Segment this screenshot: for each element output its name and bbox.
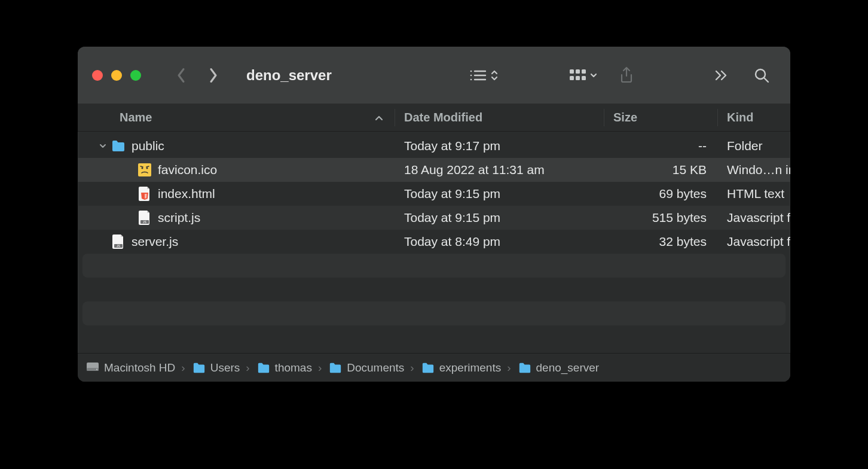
empty-row	[78, 278, 790, 302]
file-date: Today at 9:15 pm	[404, 187, 500, 201]
svg-rect-10	[576, 76, 580, 80]
file-size: 515 bytes	[652, 211, 707, 225]
file-row[interactable]: index.htmlToday at 9:15 pm69 bytesHTML t…	[78, 182, 790, 206]
chevron-right-icon	[208, 68, 219, 83]
minimize-window-button[interactable]	[111, 70, 122, 81]
zoom-window-button[interactable]	[130, 70, 141, 81]
folder-icon	[421, 362, 435, 374]
svg-rect-8	[582, 69, 586, 74]
file-row[interactable]: JSserver.jsToday at 8:49 pm32 bytesJavas…	[78, 230, 790, 254]
chevron-up-down-icon	[490, 69, 499, 82]
file-name: script.js	[158, 211, 200, 225]
path-crumb[interactable]: Users›	[192, 361, 251, 374]
file-list: publicToday at 9:17 pm--Folderfavicon.ic…	[78, 132, 790, 353]
empty-row	[82, 254, 786, 278]
path-crumb-label: Macintosh HD	[104, 361, 175, 374]
svg-text:JS: JS	[143, 220, 147, 224]
file-row[interactable]: favicon.ico18 Aug 2022 at 11:31 am15 KBW…	[78, 158, 790, 182]
file-row[interactable]: JSscript.jsToday at 9:15 pm515 bytesJava…	[78, 206, 790, 230]
path-crumb[interactable]: Documents›	[329, 361, 415, 374]
file-size: 15 KB	[673, 163, 707, 177]
file-date: Today at 8:49 pm	[404, 234, 500, 249]
svg-rect-11	[582, 76, 586, 80]
folder-icon	[518, 362, 531, 374]
html-icon	[137, 187, 152, 201]
close-window-button[interactable]	[92, 70, 103, 81]
folder-icon	[329, 362, 342, 374]
file-kind: Javascript file	[727, 234, 790, 249]
column-name-label: Name	[120, 111, 152, 124]
file-date: Today at 9:15 pm	[404, 211, 500, 225]
path-bar: Macintosh HD›Users›thomas›Documents›expe…	[78, 353, 790, 382]
path-separator-icon: ›	[507, 361, 511, 374]
disclosure-triangle-icon[interactable]	[94, 142, 111, 150]
path-crumb[interactable]: Macintosh HD›	[86, 361, 187, 374]
view-list-button[interactable]	[466, 63, 501, 87]
svg-point-23	[96, 368, 97, 370]
window-title: deno_server	[246, 67, 332, 84]
toolbar: deno_server	[78, 47, 790, 104]
file-name: server.js	[132, 234, 178, 249]
svg-rect-9	[570, 76, 574, 80]
column-header-date[interactable]: Date Modified	[395, 104, 604, 131]
svg-point-15	[142, 168, 143, 169]
path-crumb[interactable]: thomas›	[257, 361, 323, 374]
path-separator-icon: ›	[181, 361, 185, 374]
svg-point-16	[146, 168, 148, 169]
folder-icon	[257, 362, 270, 374]
path-separator-icon: ›	[318, 361, 322, 374]
column-date-label: Date Modified	[404, 111, 482, 124]
path-crumb[interactable]: deno_server	[518, 361, 600, 374]
search-button[interactable]	[747, 63, 776, 87]
column-header-name[interactable]: Name	[120, 104, 395, 131]
column-header-kind[interactable]: Kind	[717, 104, 790, 131]
column-header: Name Date Modified Size Kind	[78, 104, 790, 132]
column-header-size[interactable]: Size	[604, 104, 717, 131]
finder-window: deno_server	[78, 47, 790, 382]
file-kind: Folder	[727, 139, 763, 153]
svg-line-13	[764, 78, 768, 82]
sort-ascending-icon	[374, 111, 384, 124]
chevron-down-icon	[589, 71, 598, 80]
file-date: 18 Aug 2022 at 11:31 am	[404, 163, 545, 177]
folder-icon	[192, 362, 206, 374]
path-crumb-label: experiments	[439, 361, 502, 374]
share-icon	[619, 66, 634, 84]
search-icon	[754, 68, 769, 83]
svg-rect-6	[570, 69, 574, 74]
empty-row	[82, 302, 786, 325]
more-button[interactable]	[707, 63, 735, 87]
path-crumb-label: Documents	[347, 361, 404, 374]
chevron-double-right-icon	[714, 69, 728, 81]
file-size: 32 bytes	[659, 234, 707, 249]
svg-point-4	[470, 78, 472, 80]
file-name: index.html	[158, 187, 215, 201]
svg-point-2	[470, 74, 472, 76]
folder-icon	[111, 139, 126, 153]
file-size: --	[698, 139, 707, 153]
group-by-button[interactable]	[567, 63, 600, 87]
file-name: favicon.ico	[158, 163, 217, 177]
column-kind-label: Kind	[727, 111, 753, 124]
path-crumb-label: Users	[210, 361, 240, 374]
path-crumb[interactable]: experiments›	[421, 361, 512, 374]
chevron-left-icon	[176, 68, 187, 83]
path-crumb-label: thomas	[275, 361, 312, 374]
grid-group-icon	[569, 69, 586, 82]
path-separator-icon: ›	[246, 361, 249, 374]
file-row[interactable]: publicToday at 9:17 pm--Folder	[78, 134, 790, 158]
file-kind: HTML text	[727, 187, 784, 201]
file-name: public	[132, 139, 164, 153]
forward-button[interactable]	[203, 65, 224, 86]
file-size: 69 bytes	[659, 187, 707, 201]
js-icon: JS	[137, 211, 152, 225]
back-button[interactable]	[171, 65, 191, 86]
favicon-icon	[137, 163, 152, 177]
column-size-label: Size	[613, 111, 637, 124]
js-icon: JS	[111, 234, 126, 249]
svg-text:JS: JS	[117, 244, 121, 248]
path-crumb-label: deno_server	[536, 361, 600, 374]
share-button[interactable]	[612, 63, 641, 87]
path-separator-icon: ›	[410, 361, 414, 374]
window-controls	[92, 70, 141, 81]
